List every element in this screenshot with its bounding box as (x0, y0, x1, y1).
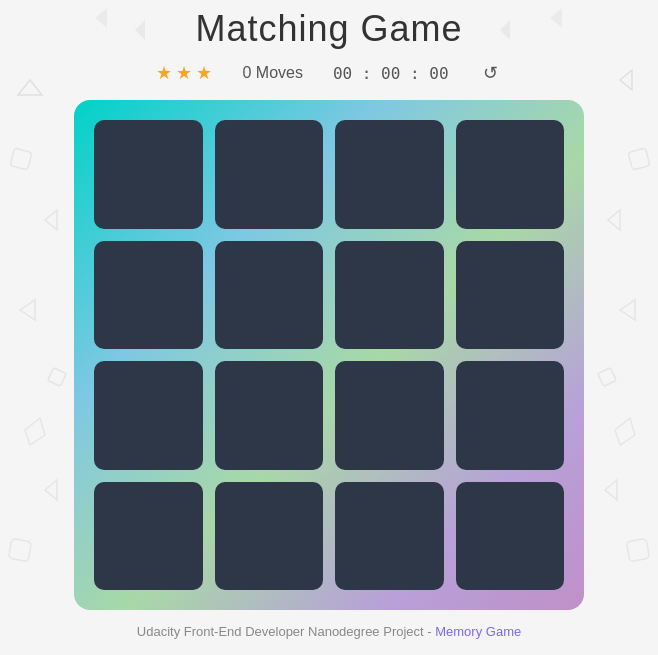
card-3[interactable] (335, 120, 444, 229)
card-2[interactable] (215, 120, 324, 229)
page-title: Matching Game (195, 8, 462, 50)
card-11[interactable] (335, 361, 444, 470)
card-8[interactable] (456, 241, 565, 350)
card-12[interactable] (456, 361, 565, 470)
game-grid (94, 120, 564, 590)
card-4[interactable] (456, 120, 565, 229)
restart-button[interactable]: ↺ (479, 58, 502, 88)
card-15[interactable] (335, 482, 444, 591)
card-16[interactable] (456, 482, 565, 591)
moves-display: 0 Moves (242, 64, 302, 82)
card-10[interactable] (215, 361, 324, 470)
footer-text-prefix: Udacity Front-End Developer Nanodegree P… (137, 624, 435, 639)
card-7[interactable] (335, 241, 444, 350)
card-9[interactable] (94, 361, 203, 470)
footer-link[interactable]: Memory Game (435, 624, 521, 639)
card-6[interactable] (215, 241, 324, 350)
card-13[interactable] (94, 482, 203, 591)
footer: Udacity Front-End Developer Nanodegree P… (137, 624, 521, 639)
card-14[interactable] (215, 482, 324, 591)
timer-display: 00 : 00 : 00 (333, 64, 449, 83)
card-5[interactable] (94, 241, 203, 350)
page-content: Matching Game ★ ★ ★ 0 Moves 00 : 00 : 00… (0, 0, 658, 655)
stars-container: ★ ★ ★ (156, 62, 212, 84)
star-1: ★ (156, 62, 172, 84)
card-1[interactable] (94, 120, 203, 229)
star-3: ★ (196, 62, 212, 84)
star-2: ★ (176, 62, 192, 84)
game-header: ★ ★ ★ 0 Moves 00 : 00 : 00 ↺ (156, 58, 501, 88)
game-board (74, 100, 584, 610)
